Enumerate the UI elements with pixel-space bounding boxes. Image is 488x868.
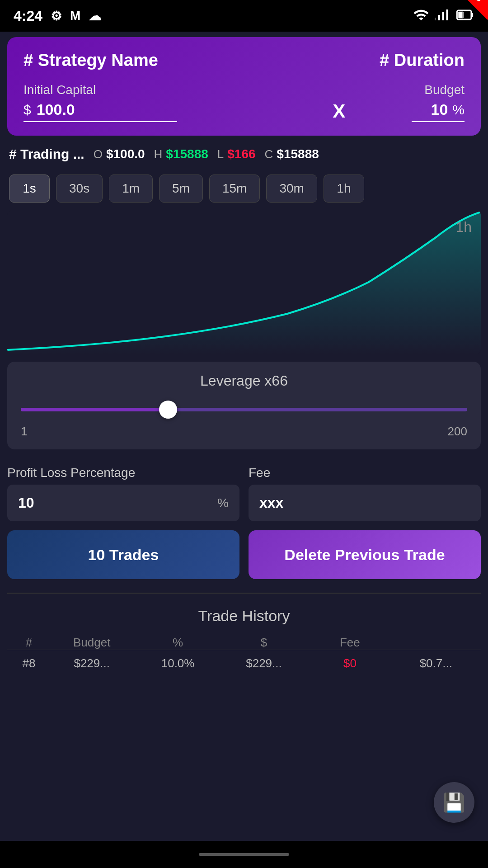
- high-price-item: H $15888: [154, 147, 208, 161]
- fee-section: Fee xxx: [249, 466, 481, 521]
- bottom-nav-bar: [0, 841, 488, 868]
- gear-icon: ⚙: [51, 9, 62, 24]
- save-icon: 💾: [443, 792, 465, 813]
- tf-1h[interactable]: 1h: [324, 175, 364, 203]
- table-row: #8 $229... 10.0% $229... $0 $0.7...: [7, 650, 481, 677]
- slider-max-label: 200: [448, 425, 467, 439]
- email-icon: M: [70, 9, 80, 23]
- profit-fee-row: Profit Loss Percentage 10 % Fee xxx: [0, 457, 488, 526]
- bottom-indicator: [199, 853, 289, 856]
- open-value: $100.0: [106, 147, 145, 161]
- trading-bar: # Trading ... O $100.0 H $15888 L $166 C…: [0, 141, 488, 167]
- profit-label: Profit Loss Percentage: [7, 466, 239, 480]
- chart-timeframe-label: 1h: [455, 219, 472, 236]
- budget-input[interactable]: [412, 101, 448, 118]
- open-key: O: [94, 147, 103, 161]
- trades-button[interactable]: 10 Trades: [7, 530, 239, 579]
- th-extra: [395, 636, 477, 650]
- td-extra: $0.7...: [395, 656, 477, 670]
- leverage-slider-track: [21, 408, 467, 411]
- action-row: 10 Trades Delete Previous Trade: [0, 526, 488, 588]
- close-value: $15888: [277, 147, 319, 161]
- status-time: 4:24: [14, 8, 42, 24]
- capital-input[interactable]: [37, 101, 127, 118]
- leverage-slider-fill: [21, 408, 168, 411]
- profit-value: 10: [18, 495, 34, 511]
- status-right: [413, 7, 474, 25]
- close-price-item: C $15888: [265, 147, 319, 161]
- slider-min-label: 1: [21, 425, 27, 439]
- profit-section: Profit Loss Percentage 10 %: [7, 466, 239, 521]
- tf-15m[interactable]: 15m: [209, 175, 260, 203]
- th-fee: Fee: [309, 636, 391, 650]
- svg-rect-2: [471, 13, 473, 17]
- trading-bar-label: # Trading ...: [9, 146, 84, 162]
- wifi-icon: [413, 7, 429, 25]
- dollar-sign: $: [23, 102, 31, 118]
- duration-label: # Duration: [380, 51, 465, 70]
- fee-value: xxx: [259, 495, 283, 511]
- low-key: L: [217, 147, 224, 161]
- strategy-name-label: # Strategy Name: [23, 51, 158, 70]
- delete-previous-trade-button[interactable]: Delete Previous Trade: [249, 530, 481, 579]
- x-button[interactable]: X: [333, 100, 345, 122]
- trade-history-section: Trade History # Budget % $ Fee #8 $229..…: [0, 598, 488, 686]
- td-dollar: $229...: [223, 656, 305, 670]
- td-fee: $0: [309, 656, 391, 670]
- chart-area: 1h: [7, 210, 481, 354]
- td-budget: $229...: [51, 656, 133, 670]
- trade-history-title: Trade History: [7, 607, 481, 625]
- profit-unit: %: [217, 496, 229, 510]
- th-percent: %: [136, 636, 219, 650]
- low-value: $166: [227, 147, 255, 161]
- budget-label: Budget: [412, 83, 465, 97]
- budget-section: Budget %: [412, 83, 465, 122]
- budget-percent-sign: %: [452, 102, 465, 118]
- fee-label: Fee: [249, 466, 481, 480]
- tf-30m[interactable]: 30m: [266, 175, 317, 203]
- td-percent: 10.0%: [136, 656, 219, 670]
- leverage-title: Leverage x66: [21, 373, 467, 389]
- leverage-slider-container[interactable]: [21, 398, 467, 421]
- low-price-item: L $166: [217, 147, 256, 161]
- tf-1m[interactable]: 1m: [109, 175, 153, 203]
- close-key: C: [265, 147, 273, 161]
- timeframe-row: 1s 30s 1m 5m 15m 30m 1h: [0, 167, 488, 210]
- th-budget: Budget: [51, 636, 133, 650]
- tf-1s[interactable]: 1s: [9, 175, 50, 203]
- trade-table-header: # Budget % $ Fee: [7, 636, 481, 650]
- th-dollar: $: [223, 636, 305, 650]
- th-id: #: [11, 636, 47, 650]
- tf-5m[interactable]: 5m: [159, 175, 203, 203]
- capital-section: Initial Capital $: [23, 83, 266, 122]
- status-bar: 4:24 ⚙ M ☁: [0, 0, 488, 32]
- high-value: $15888: [166, 147, 208, 161]
- battery-icon: [456, 7, 474, 25]
- cloud-icon: ☁: [89, 9, 101, 24]
- header-card: # Strategy Name # Duration Initial Capit…: [7, 37, 481, 136]
- chart-svg: [7, 210, 481, 354]
- leverage-slider-thumb[interactable]: [159, 401, 177, 419]
- tf-30s[interactable]: 30s: [56, 175, 103, 203]
- slider-labels: 1 200: [21, 425, 467, 439]
- divider: [7, 593, 481, 594]
- profit-input-box[interactable]: 10 %: [7, 485, 239, 521]
- signal-icon: [435, 7, 451, 25]
- fee-input-box[interactable]: xxx: [249, 485, 481, 521]
- high-key: H: [154, 147, 163, 161]
- save-fab-button[interactable]: 💾: [434, 782, 474, 823]
- status-left: 4:24 ⚙ M ☁: [14, 8, 101, 24]
- capital-label: Initial Capital: [23, 83, 266, 97]
- open-price-item: O $100.0: [94, 147, 145, 161]
- leverage-section: Leverage x66 1 200: [7, 362, 481, 449]
- td-id: #8: [11, 656, 47, 670]
